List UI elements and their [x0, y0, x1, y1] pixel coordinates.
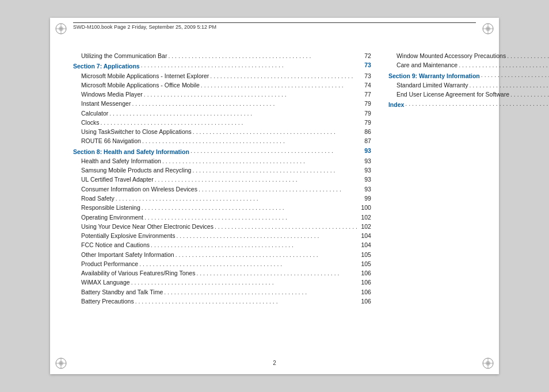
toc-page: 93 [359, 175, 371, 184]
toc-entry: Microsoft Mobile Applications - Office M… [73, 80, 371, 90]
toc-dots: . . . . . . . . . . . . . . . . . . . . … [176, 231, 357, 240]
toc-dots: . . . . . . . . . . . . . . . . . . . . … [109, 109, 357, 118]
toc-page: 93 [359, 146, 371, 156]
toc-dots: . . . . . . . . . . . . . . . . . . . . … [199, 185, 357, 194]
toc-entry: Using TaskSwitcher to Close Applications… [73, 127, 371, 136]
toc-entry: Battery Standby and Talk Time . . . . . … [73, 287, 371, 297]
toc-page: 86 [359, 127, 371, 136]
toc-label: Other Important Safety Information [81, 250, 174, 259]
toc-label: Microsoft Mobile Applications - Office M… [81, 80, 200, 90]
toc-dots: . . . . . . . . . . . . . . . . . . . . … [139, 259, 357, 268]
toc-label: Instant Messenger [81, 99, 131, 108]
toc-entry: ROUTE 66 Navigation . . . . . . . . . . … [73, 136, 371, 145]
toc-entry: Utilizing the Communication Bar . . . . … [73, 51, 371, 60]
toc-entry: Other Important Safety Information . . .… [73, 250, 371, 259]
toc-entry: Samsung Mobile Products and Recycling . … [73, 166, 371, 175]
toc-page: 79 [359, 99, 371, 108]
toc-page: 73 [359, 60, 371, 71]
toc-page: 93 [359, 185, 371, 194]
toc-label: UL Certified Travel Adapter [81, 175, 154, 184]
toc-dots: . . . . . . . . . . . . . . . . . . . . … [132, 99, 357, 108]
toc-label: Operating Environment [81, 213, 143, 222]
toc-page: 79 [359, 118, 371, 127]
toc-entry: Standard Limited Warranty . . . . . . . … [388, 80, 549, 90]
toc-dots: . . . . . . . . . . . . . . . . . . . . … [116, 194, 357, 203]
toc-entry: End User License Agreement for Software … [388, 90, 549, 99]
toc-dots: . . . . . . . . . . . . . . . . . . . . … [196, 268, 357, 278]
toc-dots: . . . . . . . . . . . . . . . . . . . . … [215, 222, 357, 231]
toc-dots: . . . . . . . . . . . . . . . . . . . . … [190, 146, 357, 156]
toc-label: WiMAX Language [81, 278, 130, 287]
toc-label: Responsible Listening [81, 203, 140, 212]
toc-page: 102 [359, 222, 371, 231]
toc-entry: FCC Notice and Cautions . . . . . . . . … [73, 240, 371, 249]
toc-label: Using TaskSwitcher to Close Applications [81, 127, 192, 136]
toc-dots: . . . . . . . . . . . . . . . . . . . . … [144, 90, 357, 99]
toc-entry: UL Certified Travel Adapter . . . . . . … [73, 175, 371, 184]
toc-page: 106 [359, 278, 371, 287]
toc-entry: Instant Messenger . . . . . . . . . . . … [73, 99, 371, 108]
toc-entry: Consumer Information on Wireless Devices… [73, 185, 371, 194]
toc-label: Battery Precautions [81, 297, 134, 306]
toc-label: Section 8: Health and Safety Information [73, 147, 189, 156]
toc-page: 77 [359, 90, 371, 99]
toc-dots: . . . . . . . . . . . . . . . . . . . . … [101, 118, 357, 127]
toc-label: Calculator [81, 109, 108, 118]
toc-label: Potentially Explosive Environments [81, 231, 175, 240]
toc-entry: Availability of Various Features/Ring To… [73, 268, 371, 278]
toc-entry: Window Mounted Accessory Precautions . .… [388, 51, 549, 60]
toc-entry: Road Safety . . . . . . . . . . . . . . … [73, 194, 371, 203]
toc-dots: . . . . . . . . . . . . . . . . . . . . … [162, 156, 357, 166]
toc-entry: Clocks . . . . . . . . . . . . . . . . .… [73, 118, 371, 127]
toc-page: 106 [359, 297, 371, 306]
toc-entry: WiMAX Language . . . . . . . . . . . . .… [73, 278, 371, 287]
toc-page: 93 [359, 166, 371, 175]
toc-entry: Calculator . . . . . . . . . . . . . . .… [73, 109, 371, 118]
right-column: Window Mounted Accessory Precautions . .… [388, 51, 549, 306]
toc-dots: . . . . . . . . . . . . . . . . . . . . … [193, 127, 357, 136]
corner-mark-tr [482, 22, 494, 35]
toc-label: Product Performance [81, 259, 138, 268]
toc-label: Care and Maintenance [396, 60, 458, 70]
toc-dots: . . . . . . . . . . . . . . . . . . . . … [131, 278, 357, 287]
toc-label: Samsung Mobile Products and Recycling [81, 166, 191, 175]
toc-page: 102 [359, 213, 371, 222]
toc-page: 79 [359, 109, 371, 118]
toc-dots: . . . . . . . . . . . . . . . . . . . . … [481, 70, 549, 80]
corner-mark-bl [55, 357, 67, 370]
toc-label: Standard Limited Warranty [396, 80, 468, 90]
toc-dots: . . . . . . . . . . . . . . . . . . . . … [164, 287, 357, 297]
toc-label: Battery Standby and Talk Time [81, 287, 163, 297]
toc-entry: Windows Media Player . . . . . . . . . .… [73, 90, 371, 99]
toc-label: Windows Media Player [81, 90, 143, 99]
toc-dots: . . . . . . . . . . . . . . . . . . . . … [142, 136, 357, 145]
left-column: Utilizing the Communication Bar . . . . … [73, 51, 371, 306]
toc-page: 73 [359, 71, 371, 80]
toc-page: 72 [359, 51, 371, 60]
toc-dots: . . . . . . . . . . . . . . . . . . . . … [507, 51, 549, 60]
toc-page: 105 [359, 259, 371, 268]
toc-dots: . . . . . . . . . . . . . . . . . . . . … [459, 60, 549, 70]
toc-page: 99 [359, 194, 371, 203]
page-number: 2 [273, 360, 276, 366]
toc-label: Availability of Various Features/Ring To… [81, 268, 195, 278]
toc-dots: . . . . . . . . . . . . . . . . . . . . … [155, 175, 357, 184]
toc-entry: Responsible Listening . . . . . . . . . … [73, 203, 371, 212]
toc-entry: Potentially Explosive Environments . . .… [73, 231, 371, 240]
corner-mark-tl [55, 22, 67, 35]
toc-entry: Section 7: Applications . . . . . . . . … [73, 60, 371, 71]
toc-entry: Using Your Device Near Other Electronic … [73, 222, 371, 231]
toc-page: 106 [359, 268, 371, 278]
toc-label: Section 9: Warranty Information [388, 71, 480, 80]
toc-entry: Operating Environment . . . . . . . . . … [73, 213, 371, 222]
toc-label: Utilizing the Communication Bar [81, 51, 167, 60]
toc-entry: Health and Safety Information . . . . . … [73, 156, 371, 166]
toc-page: 106 [359, 287, 371, 297]
toc-label: ROUTE 66 Navigation [81, 136, 141, 145]
toc-entry: Product Performance . . . . . . . . . . … [73, 259, 371, 268]
toc-page: 104 [359, 240, 371, 249]
toc-dots: . . . . . . . . . . . . . . . . . . . . … [510, 90, 549, 99]
toc-dots: . . . . . . . . . . . . . . . . . . . . … [144, 213, 357, 222]
header-bar: SWD-M100.book Page 2 Friday, September 2… [73, 22, 476, 30]
corner-mark-br [482, 357, 494, 370]
